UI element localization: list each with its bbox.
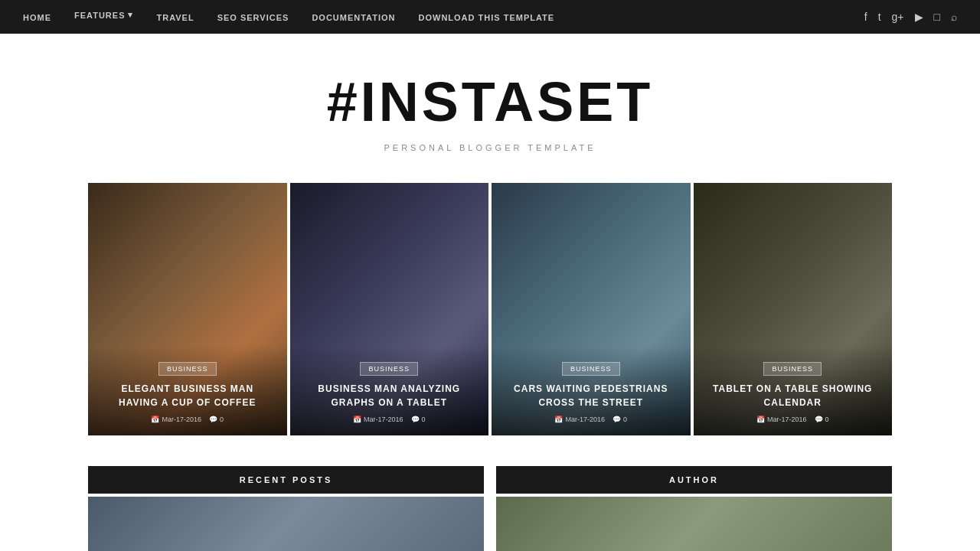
card-comments-3: 💬 0 — [612, 416, 627, 423]
card-title-4: TABLET ON A TABLE SHOWING CALENDAR — [706, 382, 880, 409]
card-title-1: ELEGANT BUSINESS MAN HAVING A CUP OF COF… — [100, 382, 275, 409]
instagram-icon[interactable]: □ — [934, 11, 940, 23]
nav-item-features[interactable]: FEATURES ▾ — [74, 10, 133, 24]
card-overlay-4: Business TABLET ON A TABLE SHOWING CALEN… — [694, 345, 893, 435]
calendar-icon-3: 📅 — [554, 416, 563, 423]
card-meta-4: 📅 Mar-17-2016 💬 0 — [706, 416, 880, 423]
googleplus-icon[interactable]: g+ — [892, 11, 904, 23]
calendar-icon-4: 📅 — [756, 416, 765, 423]
nav-item-seo[interactable]: SEO SERVICES — [217, 10, 289, 24]
card-1[interactable]: Business ELEGANT BUSINESS MAN HAVING A C… — [88, 183, 287, 435]
card-2[interactable]: Business BUSINESS MAN ANALYZING GRAPHS O… — [290, 183, 489, 435]
nav-item-documentation[interactable]: DOCUMENTATION — [312, 10, 395, 24]
nav-item-download[interactable]: DOWNLOAD THIS TEMPLATE — [419, 10, 555, 24]
nav-social-icons: f t g+ ▶ □ ⌕ — [864, 11, 957, 23]
featured-posts-grid: Business ELEGANT BUSINESS MAN HAVING A C… — [0, 183, 980, 435]
card-date-1: 📅 Mar-17-2016 — [151, 416, 201, 423]
calendar-icon: 📅 — [151, 416, 159, 423]
card-comments-1: 💬 0 — [209, 416, 224, 423]
card-title-3: CARS WAITING PEDESTRIANS CROSS THE STREE… — [504, 382, 678, 409]
hero-section: #INSTASET PERSONAL BLOGGER TEMPLATE — [0, 34, 980, 183]
youtube-icon[interactable]: ▶ — [915, 11, 923, 23]
card-3[interactable]: Business CARS WAITING PEDESTRIANS CROSS … — [492, 183, 691, 435]
card-meta-2: 📅 Mar-17-2016 💬 0 — [302, 416, 477, 423]
card-date-4: 📅 Mar-17-2016 — [756, 416, 807, 423]
nav-link-travel[interactable]: TRAVEL — [156, 13, 194, 22]
twitter-icon[interactable]: t — [878, 11, 881, 23]
card-overlay-1: Business ELEGANT BUSINESS MAN HAVING A C… — [88, 345, 287, 435]
chevron-down-icon: ▾ — [128, 10, 133, 20]
card-date-2: 📅 Mar-17-2016 — [353, 416, 403, 423]
nav-link-download[interactable]: DOWNLOAD THIS TEMPLATE — [419, 13, 555, 22]
card-category-1: Business — [158, 362, 217, 376]
comment-icon-3: 💬 — [612, 416, 621, 423]
nav-link-documentation[interactable]: DOCUMENTATION — [312, 13, 395, 22]
card-4[interactable]: Business TABLET ON A TABLE SHOWING CALEN… — [694, 183, 893, 435]
nav-item-travel[interactable]: TRAVEL — [156, 10, 194, 24]
author-image — [496, 497, 892, 551]
card-meta-3: 📅 Mar-17-2016 💬 0 — [504, 416, 678, 423]
card-category-2: Business — [360, 362, 418, 376]
card-overlay-3: Business CARS WAITING PEDESTRIANS CROSS … — [492, 345, 691, 435]
card-category-3: Business — [562, 362, 620, 376]
bottom-sections: RECENT POSTS AUTHOR — [0, 466, 980, 551]
nav-links: HOME FEATURES ▾ TRAVEL SEO SERVICES DOCU… — [23, 10, 554, 24]
recent-posts-image — [88, 497, 484, 551]
facebook-icon[interactable]: f — [864, 11, 867, 23]
comment-icon: 💬 — [209, 416, 217, 423]
search-icon[interactable]: ⌕ — [951, 11, 957, 23]
card-comments-4: 💬 0 — [815, 416, 829, 423]
calendar-icon-2: 📅 — [353, 416, 361, 423]
nav-link-features[interactable]: FEATURES ▾ — [74, 10, 133, 20]
nav-link-home[interactable]: HOME — [23, 13, 51, 22]
comment-icon-2: 💬 — [411, 416, 420, 423]
card-meta-1: 📅 Mar-17-2016 💬 0 — [100, 416, 275, 423]
site-title: #INSTASET — [15, 72, 965, 132]
card-comments-2: 💬 0 — [411, 416, 426, 423]
nav-link-seo[interactable]: SEO SERVICES — [217, 13, 289, 22]
navigation: HOME FEATURES ▾ TRAVEL SEO SERVICES DOCU… — [0, 0, 980, 34]
recent-posts-header: RECENT POSTS — [88, 466, 484, 494]
recent-posts-section: RECENT POSTS — [88, 466, 484, 551]
author-section: AUTHOR — [496, 466, 892, 551]
site-subtitle: PERSONAL BLOGGER TEMPLATE — [15, 143, 965, 152]
comment-icon-4: 💬 — [815, 416, 823, 423]
card-category-4: Business — [763, 362, 822, 376]
card-date-3: 📅 Mar-17-2016 — [554, 416, 605, 423]
author-header: AUTHOR — [496, 466, 892, 494]
card-overlay-2: Business BUSINESS MAN ANALYZING GRAPHS O… — [290, 345, 489, 435]
nav-item-home[interactable]: HOME — [23, 10, 51, 24]
card-title-2: BUSINESS MAN ANALYZING GRAPHS ON A TABLE… — [302, 382, 477, 409]
